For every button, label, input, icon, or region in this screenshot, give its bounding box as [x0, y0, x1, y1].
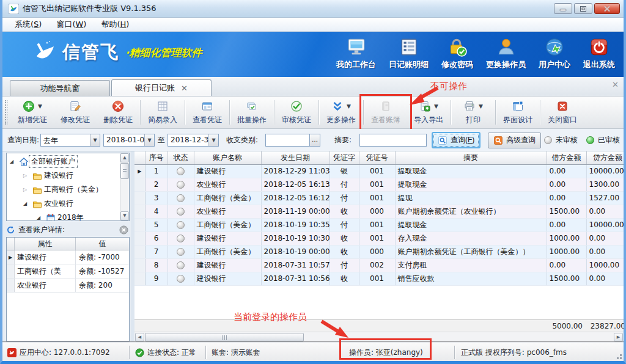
chevron-down-icon[interactable]: ▼	[347, 103, 351, 109]
grid-row[interactable]: 4 农业银行 2018-11-19 00:00 收 000 账户期初余额凭证（农…	[134, 205, 624, 218]
tab-function-nav[interactable]: 功能导航窗	[10, 80, 110, 96]
menu-item-1[interactable]: 窗口(W)	[49, 18, 94, 31]
grid-row[interactable]: 2 农业银行 2018-12-05 16:13 付 001 提取现金 0.00 …	[134, 178, 624, 191]
advanced-search-button[interactable]: 高级查询	[488, 133, 541, 148]
detail-row[interactable]: 工商银行（美 余额: -10527	[7, 264, 129, 278]
tree-item-calendar-2[interactable]: ◢ 2018年	[7, 211, 120, 220]
grid-column-header[interactable]: 摘要	[395, 151, 547, 164]
grid-column-header[interactable]: 贷方金额	[586, 151, 624, 164]
row-selector[interactable]	[134, 205, 145, 218]
grid-column-header[interactable]: 状态	[168, 151, 194, 164]
app-window: 信管飞出纳记账软件专业版 V9.1.356 系统(S)窗口(W)帮助(H) 信管…	[0, 0, 626, 364]
grid-row[interactable]: 9 建设银行 2018-07-31 10:56 收 001 销售应收款 1500…	[134, 272, 624, 285]
banner-action-workbench[interactable]: 我的工作台	[336, 37, 376, 70]
chevron-down-icon[interactable]: ▼	[434, 103, 438, 109]
tree-item-folder-1[interactable]: ◢ 农业银行	[7, 197, 120, 211]
tree-item-folder-1[interactable]: ▷ 建设银行	[7, 169, 120, 183]
scroll-right-icon[interactable]: ▶	[614, 333, 623, 341]
row-selector[interactable]	[134, 178, 145, 191]
grid-column-header[interactable]: 序号	[145, 151, 168, 164]
banner-action-user-center[interactable]: 用户中心	[539, 37, 570, 70]
close-details-icon[interactable]	[119, 225, 128, 235]
window-title: 信管飞出纳记账软件专业版 V9.1.356	[23, 3, 156, 14]
unaudited-status-icon	[177, 235, 185, 242]
menu-item-0[interactable]: 系统(S)	[7, 18, 49, 31]
toolbar-button-print[interactable]: ▼ 打印	[452, 98, 495, 127]
toolbar-button-delete-voucher[interactable]: ▼ 删除凭证	[97, 98, 139, 127]
row-selector[interactable]	[134, 231, 145, 245]
grid-column-header[interactable]: 凭证字	[330, 151, 359, 164]
search-button[interactable]: 查询(F)	[432, 132, 481, 148]
expand-icon[interactable]: ◢	[35, 215, 42, 220]
resize-grip[interactable]	[620, 357, 622, 359]
banner-action-operator[interactable]: 更换操作员	[486, 37, 526, 70]
toolbar-button-easy-entry[interactable]: ▼ 简易录入	[141, 98, 184, 127]
grid-column-header[interactable]: 账户名称	[194, 151, 261, 164]
banner-action-exit[interactable]: 退出系统	[583, 37, 615, 70]
row-selector[interactable]	[134, 218, 145, 231]
toolbar-button-audit[interactable]: ▼ 审核凭证	[275, 98, 318, 127]
row-selector[interactable]	[134, 258, 145, 272]
scrollbar-thumb[interactable]	[120, 163, 129, 179]
chevron-down-icon[interactable]: ▼	[479, 103, 483, 109]
toolbar-button-batch[interactable]: ▼ 批量操作	[230, 98, 273, 127]
grid-row[interactable]: 6 建设银行 2018-10-19 10:30 收 001 存入现金 1000.…	[134, 231, 624, 245]
tab-bank-journal[interactable]: 银行日记账 ✕	[111, 79, 212, 96]
scroll-down-icon[interactable]: ▼	[120, 211, 129, 220]
expand-icon[interactable]: ▷	[21, 187, 29, 192]
row-selector[interactable]: ▶	[134, 164, 145, 178]
chevron-down-icon[interactable]: ▼	[208, 134, 218, 146]
grid-row[interactable]: 5 工商银行（美金） 2018-10-19 10:35 付 001 提取现金 0…	[134, 218, 624, 231]
unaudited-status-icon	[177, 181, 185, 189]
grid-row[interactable]: 3 工商银行（美金） 2018-12-05 16:12 付 001 提现 0.0…	[134, 191, 624, 205]
chevron-down-icon[interactable]: ▼	[90, 134, 100, 146]
grid-column-header[interactable]: 借方金额	[547, 151, 586, 164]
minimize-icon[interactable]	[554, 3, 572, 14]
grid-row[interactable]: ▶ 1 建设银行 2018-12-29 11:03 银 001 提取现金 0.0…	[134, 164, 624, 178]
date-from-input[interactable]: 2018-01-01▼	[103, 134, 155, 147]
banner-actions: 我的工作台 日记账明细 修改密码 更换操作员 用户中心 退出系统	[336, 37, 615, 70]
panel-close-icon[interactable]: ✕	[612, 80, 619, 89]
current-row-marker: ▶	[7, 250, 15, 264]
toolbar-button-import-export[interactable]: ▼ 导入导出	[407, 98, 450, 127]
grid-column-header[interactable]: 凭证号	[359, 151, 395, 164]
refresh-icon[interactable]	[6, 225, 15, 235]
banner-action-journal[interactable]: 日记账明细	[389, 37, 429, 70]
grid-row[interactable]: 7 工商银行（美金） 2018-10-19 00:00 收 000 账户期初余额…	[134, 245, 624, 258]
toolbar-separator	[540, 100, 540, 125]
toolbar-button-edit-voucher[interactable]: ▼ 修改凭证	[54, 98, 97, 127]
row-selector[interactable]	[134, 245, 145, 258]
expand-icon[interactable]: ◢	[21, 201, 29, 206]
date-range-select[interactable]: 去年▼	[40, 134, 100, 147]
date-to-input[interactable]: 2018-12-31▼	[168, 134, 219, 147]
toolbar-button-close-window[interactable]: ▼ 关闭窗口	[541, 98, 584, 127]
expand-icon[interactable]: ▷	[21, 173, 29, 178]
scrollbar-thumb[interactable]	[145, 333, 304, 341]
toolbar-button-view-voucher[interactable]: ▼ 查看凭证	[186, 98, 229, 127]
scroll-up-icon[interactable]: ▲	[120, 153, 129, 162]
toolbar-button-ui-design[interactable]: ▼ 界面设计	[496, 98, 539, 127]
tree-item-home-0[interactable]: ◢ 全部银行账户	[7, 155, 120, 169]
ellipsis-icon[interactable]: …	[310, 134, 320, 147]
category-input[interactable]	[265, 134, 310, 147]
toolbar-button-more-actions[interactable]: ▼ 更多操作	[320, 98, 363, 127]
chevron-down-icon[interactable]: ▼	[144, 134, 154, 146]
grid-column-header[interactable]: 发生日期	[261, 151, 330, 164]
chevron-down-icon[interactable]: ▼	[38, 103, 42, 109]
tree-item-folder-1[interactable]: ▷ 工商银行（美金）	[7, 183, 120, 197]
audit-icon	[290, 100, 303, 112]
menu-item-2[interactable]: 帮助(H)	[94, 18, 136, 31]
scroll-left-icon[interactable]: ◀	[135, 333, 144, 341]
row-selector[interactable]	[134, 272, 145, 285]
grid-row[interactable]: 8 建设银行 2018-07-31 10:57 付 002 支付房租 0.00 …	[134, 258, 624, 272]
row-selector[interactable]	[134, 191, 145, 205]
toolbar-button-add-voucher[interactable]: ▼ 新增凭证	[11, 98, 54, 127]
close-icon[interactable]	[594, 3, 620, 14]
tab-close-icon[interactable]: ✕	[181, 84, 188, 92]
maximize-icon[interactable]	[574, 3, 592, 14]
detail-row[interactable]: 农业银行 余额: 200	[7, 278, 129, 293]
banner-action-password[interactable]: 修改密码	[441, 37, 473, 70]
summary-input[interactable]	[359, 134, 427, 147]
detail-row[interactable]: ▶ 建设银行 余额: -7000	[7, 250, 129, 264]
expand-icon[interactable]: ◢	[8, 159, 15, 164]
